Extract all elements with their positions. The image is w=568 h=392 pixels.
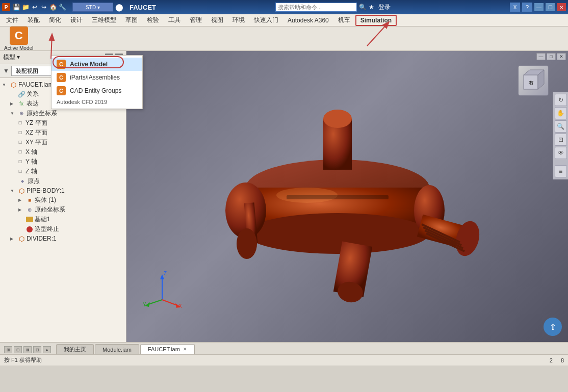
tab-ctrl-1[interactable]: ⊞ [4, 346, 12, 353]
tree-label-yaxis: Y 轴 [25, 158, 37, 166]
search-submit-icon[interactable]: 🔍 [359, 4, 367, 11]
dropdown-cad-entity[interactable]: C CAD Entity Groups [51, 84, 142, 97]
active-model-dropdown: C Active Model C iParts/iAssemblies C CA… [51, 55, 143, 109]
tab-home[interactable]: 我的主页 [56, 344, 94, 354]
tree-item-yaxis[interactable]: ☐ Y 轴 [0, 157, 126, 167]
dropdown-iparts-label: iParts/iAssemblies [70, 74, 120, 81]
menu-manage[interactable]: 管理 [186, 15, 206, 25]
dropdown-active-model[interactable]: C Active Model [51, 58, 142, 71]
divider-icon: ⬡ [17, 234, 25, 243]
tree-item-yz[interactable]: ☐ YZ 平面 [0, 118, 126, 128]
rotate-tool-btn[interactable]: ↻ [555, 94, 567, 106]
dropdown-iparts[interactable]: C iParts/iAssemblies [51, 71, 142, 84]
dropdown-icon-active: C [57, 60, 66, 69]
quick-icon-2[interactable]: 📁 [21, 3, 30, 11]
origin-root-icon: ⊕ [17, 110, 25, 118]
expression-icon: fx [17, 100, 25, 108]
tree-arrow-faucet: ▼ [2, 83, 8, 87]
menu-inspect[interactable]: 检验 [143, 15, 163, 25]
menu-file[interactable]: 文件 [2, 15, 22, 25]
red-circle-icon [25, 225, 34, 233]
view-tool-btn[interactable]: 👁 [555, 147, 567, 159]
environment-selector[interactable]: STD ▾ [72, 3, 113, 12]
tree-item-xaxis[interactable]: ☐ X 轴 [0, 147, 126, 157]
menu-design[interactable]: 设计 [66, 15, 87, 25]
tree-arrow-expression: ▶ [10, 101, 16, 106]
tree-arrow-origin-root: ▼ [10, 111, 16, 116]
menu-vehicle[interactable]: 机车 [334, 15, 354, 25]
tree-item-xz[interactable]: ☐ XZ 平面 [0, 128, 126, 138]
share-button[interactable]: ⇧ [544, 318, 562, 336]
search-input[interactable] [275, 3, 357, 12]
bookmark-icon[interactable]: ★ [369, 4, 374, 11]
vp-maximize-btn[interactable]: □ [547, 53, 556, 60]
yellow-folder-icon [25, 216, 34, 224]
sidebar-collapse-btn[interactable]: ≡ [555, 165, 567, 177]
tree-item-origin-pt[interactable]: ◆ 原点 [0, 176, 126, 186]
tree-label-solid: 实体 (1) [35, 196, 56, 204]
tab-faucet-close[interactable]: ✕ [183, 347, 187, 352]
tab-controls: ⊞ ⊟ ⊠ ⊡ ▲ [4, 346, 51, 354]
tree-label-expression: 表达 [27, 99, 39, 108]
redo-icon[interactable]: ↪ [40, 3, 48, 11]
menu-bar: 文件 装配 简化 设计 三维模型 草图 检验 工具 管理 视图 环境 快速入门 … [0, 14, 568, 27]
home-icon[interactable]: 🏠 [49, 3, 57, 11]
close-btn[interactable]: ✕ [557, 3, 566, 11]
tab-ctrl-arrow[interactable]: ▲ [43, 346, 51, 353]
tree-item-solid[interactable]: ▶ ■ 实体 (1) [0, 195, 126, 205]
tab-ctrl-4[interactable]: ⊡ [33, 346, 41, 353]
svg-text:Z: Z [164, 271, 167, 276]
vp-minimize-btn[interactable]: — [536, 53, 546, 60]
search-area[interactable]: 🔍 ★ 登录 [275, 3, 391, 12]
tab-ctrl-2[interactable]: ⊟ [14, 346, 22, 353]
tree-item-pipe-body[interactable]: ▼ ⬡ PIPE-BODY:1 [0, 186, 126, 195]
menu-simplify[interactable]: 简化 [45, 15, 65, 25]
pan-tool-btn[interactable]: ✋ [555, 107, 567, 119]
tree-item-xy[interactable]: ☐ XY 平面 [0, 138, 126, 147]
menu-view[interactable]: 视图 [207, 15, 227, 25]
svg-text:Y: Y [143, 302, 146, 307]
tree-arrow-divider: ▶ [10, 237, 16, 241]
zoom-tool-btn[interactable]: 🔍 [555, 120, 567, 133]
tools-icon[interactable]: 🔧 [58, 3, 66, 11]
tree-item-base[interactable]: 基础1 [0, 215, 126, 224]
quick-icon-1[interactable]: 💾 [12, 3, 20, 11]
tree-item-zaxis[interactable]: ☐ Z 轴 [0, 167, 126, 176]
active-model-btn[interactable]: C Active Model [4, 27, 33, 51]
nav-cube[interactable]: 右 [518, 65, 549, 96]
menu-a360[interactable]: Autodesk A360 [283, 16, 333, 25]
tree-item-end-mark[interactable]: 造型终止 [0, 224, 126, 234]
vp-close-btn[interactable]: ✕ [557, 53, 566, 60]
tree-label-xz: XZ 平面 [25, 128, 47, 137]
tree-item-origin2[interactable]: ▶ ⊕ 原始坐标系 [0, 205, 126, 215]
menu-environment[interactable]: 环境 [228, 15, 249, 25]
menu-assemble[interactable]: 装配 [23, 15, 44, 25]
menu-simulation[interactable]: Simulation [355, 15, 397, 26]
tree-label-end: 造型终止 [35, 225, 59, 233]
menu-sketch[interactable]: 草图 [121, 15, 142, 25]
ext-app-icon[interactable]: X [510, 3, 520, 12]
tab-module[interactable]: Module.iam [95, 344, 139, 354]
maximize-btn[interactable]: ☐ [546, 3, 555, 11]
tab-ctrl-3[interactable]: ⊠ [23, 346, 32, 353]
tab-faucet[interactable]: FAUCET.iam ✕ [140, 344, 195, 354]
toolbar: C Active Model C Active Model C iParts/i… [0, 27, 568, 51]
tree-item-divider[interactable]: ▶ ⬡ DIVIDER:1 [0, 234, 126, 243]
undo-icon[interactable]: ↩ [31, 3, 39, 11]
status-num2: 8 [561, 357, 564, 363]
filter-icon[interactable]: ▼ [3, 67, 9, 74]
fit-tool-btn[interactable]: ⊡ [555, 134, 567, 146]
minimize-btn[interactable]: — [534, 3, 544, 11]
help-icon[interactable]: ? [522, 3, 532, 12]
origin-point-icon: ◆ [18, 177, 27, 186]
menu-quickstart[interactable]: 快速入门 [250, 15, 282, 25]
menu-tools[interactable]: 工具 [164, 15, 185, 25]
user-icon[interactable]: 登录 [378, 3, 391, 12]
tree-arrow-xaxis: ☐ [18, 150, 24, 154]
sphere-icon[interactable]: ⬤ [115, 3, 123, 11]
status-right: 2 8 [550, 357, 564, 363]
tree-item-origin-root[interactable]: ▼ ⊕ 原始坐标系 [0, 109, 126, 118]
menu-3dmodel[interactable]: 三维模型 [88, 15, 120, 25]
part-icon: ⬡ [17, 187, 25, 195]
svg-point-10 [246, 213, 429, 253]
